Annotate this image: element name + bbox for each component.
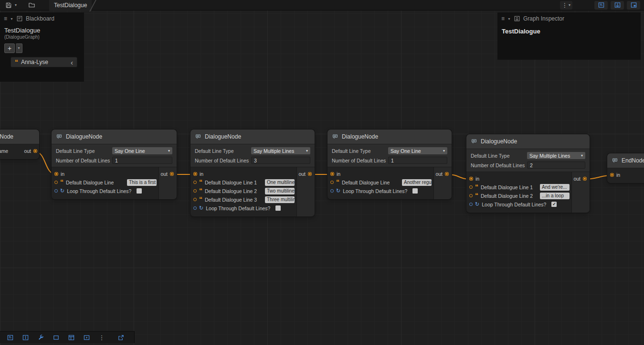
loop-checkbox[interactable] bbox=[275, 205, 281, 211]
line-port[interactable] bbox=[193, 198, 197, 201]
board-button[interactable] bbox=[65, 333, 77, 342]
minimap-toggle-button[interactable] bbox=[627, 1, 640, 10]
line-port[interactable] bbox=[469, 185, 473, 189]
port-label-in: in bbox=[616, 172, 620, 178]
open-external-button[interactable] bbox=[115, 333, 127, 342]
blackboard-header[interactable]: ≡ ▼ Blackboard bbox=[0, 12, 84, 25]
port-label-out: out bbox=[573, 176, 581, 182]
add-property-button[interactable]: + bbox=[4, 43, 15, 53]
blackboard-toggle-button[interactable] bbox=[594, 1, 608, 10]
field-value: 1 bbox=[115, 158, 118, 163]
loop-label: Loop Through Default Lines? bbox=[343, 188, 407, 194]
node-dialogue-2[interactable]: DialogueNode Default Line Type Say Multi… bbox=[190, 129, 315, 216]
num-lines-field[interactable]: 3 bbox=[251, 157, 310, 164]
line-text-field[interactable]: Another regu bbox=[402, 179, 432, 186]
num-lines-field[interactable]: 1 bbox=[112, 157, 172, 164]
hamburger-icon[interactable]: ≡ bbox=[501, 15, 505, 22]
line-port[interactable] bbox=[330, 181, 334, 184]
quote-icon: “ bbox=[199, 180, 202, 184]
node-title: DialogueNode bbox=[342, 133, 378, 140]
overflow-menu-button[interactable]: ⋮ ▾ bbox=[560, 1, 572, 10]
node-title-bar: DialogueNode bbox=[466, 134, 590, 149]
quote-icon: “ bbox=[15, 60, 18, 64]
output-port[interactable] bbox=[583, 177, 587, 181]
blackboard-property-row[interactable]: “ Anna-Lyse ‹ bbox=[11, 57, 77, 67]
input-port[interactable] bbox=[610, 173, 614, 177]
line-text-field[interactable]: And we're... bbox=[540, 184, 570, 191]
foldout-icon[interactable]: ▼ bbox=[507, 17, 511, 21]
line-port[interactable] bbox=[193, 181, 197, 184]
caret-down-icon: ▾ bbox=[15, 3, 17, 7]
save-button[interactable] bbox=[4, 1, 13, 10]
board-grid-icon bbox=[68, 334, 75, 341]
blackboard-panel-button[interactable] bbox=[4, 333, 16, 342]
top-toolbar: ▾ TestDialogue ⋮ ▾ bbox=[0, 0, 644, 11]
more-options-button[interactable]: ⋮ bbox=[95, 333, 108, 342]
output-port[interactable] bbox=[170, 172, 174, 176]
line-type-dropdown[interactable]: Say Multiple Lines ▾ bbox=[527, 152, 585, 159]
dialogue-node-icon bbox=[56, 133, 63, 140]
line-type-dropdown[interactable]: Say One Line ▾ bbox=[112, 147, 172, 154]
line-label: Default Dialogue Line 1 bbox=[205, 180, 257, 185]
hamburger-icon[interactable]: ≡ bbox=[4, 15, 7, 22]
output-port[interactable] bbox=[33, 149, 37, 153]
loop-port[interactable] bbox=[330, 189, 334, 193]
tools-button[interactable] bbox=[34, 333, 47, 342]
asset-tab[interactable]: TestDialogue bbox=[49, 0, 92, 11]
input-port[interactable] bbox=[469, 177, 473, 181]
loop-port[interactable] bbox=[193, 206, 197, 210]
line-text-field[interactable]: This is a first bbox=[127, 179, 157, 186]
line-label: Default Dialogue Line 2 bbox=[481, 193, 533, 199]
loop-checkbox[interactable] bbox=[412, 188, 418, 194]
quote-icon: “ bbox=[475, 185, 478, 189]
num-lines-field[interactable]: 1 bbox=[388, 157, 447, 164]
line-port[interactable] bbox=[54, 181, 58, 184]
blackboard-toggle-icon bbox=[598, 1, 605, 9]
line-text-field[interactable]: Three multilin bbox=[265, 196, 295, 203]
inspector-panel-button[interactable] bbox=[19, 333, 32, 342]
node-dialogue-4[interactable]: DialogueNode Default Line Type Say Multi… bbox=[466, 134, 590, 213]
loop-checkbox[interactable]: ✓ bbox=[551, 202, 557, 207]
loop-checkbox[interactable] bbox=[137, 188, 142, 194]
line-text-field[interactable]: Two multiline bbox=[265, 188, 295, 194]
input-port[interactable] bbox=[330, 172, 334, 176]
open-asset-button[interactable] bbox=[27, 1, 37, 10]
node-title: StartNode bbox=[0, 133, 13, 140]
node-dialogue-1[interactable]: DialogueNode Default Line Type Say One L… bbox=[52, 129, 177, 199]
preview-button[interactable] bbox=[80, 333, 93, 342]
collapse-chevron-icon[interactable]: ‹ bbox=[71, 59, 73, 66]
add-property-dropdown[interactable]: ▾ bbox=[16, 43, 22, 53]
line-text-field[interactable]: ...in a loop bbox=[540, 193, 570, 199]
line-type-dropdown[interactable]: Say One Line ▾ bbox=[388, 147, 447, 154]
inspector-toggle-button[interactable] bbox=[611, 1, 624, 10]
graph-inspector-header[interactable]: ≡ ▼ Graph Inspector bbox=[497, 12, 641, 25]
external-link-icon bbox=[117, 334, 125, 341]
line-port[interactable] bbox=[193, 189, 197, 193]
graph-inspector-panel: ≡ ▼ Graph Inspector TestDialogue bbox=[497, 12, 641, 60]
dropdown-value: Say One Line bbox=[115, 148, 145, 154]
foldout-icon[interactable]: ▼ bbox=[10, 17, 13, 21]
input-port[interactable] bbox=[54, 172, 58, 176]
loop-icon: ↻ bbox=[336, 188, 340, 194]
output-port[interactable] bbox=[445, 172, 449, 176]
node-dialogue-3[interactable]: DialogueNode Default Line Type Say One L… bbox=[327, 129, 452, 199]
input-port[interactable] bbox=[193, 172, 197, 176]
line-port[interactable] bbox=[469, 194, 473, 197]
bottom-toolbar: ⋮ bbox=[0, 331, 135, 343]
dialogue-node-icon bbox=[332, 133, 338, 140]
loop-port[interactable] bbox=[54, 189, 58, 193]
line-type-dropdown[interactable]: Say Multiple Lines ▾ bbox=[251, 147, 310, 154]
node-end[interactable]: EndNode in bbox=[607, 153, 644, 183]
loop-label: Loop Through Default Lines? bbox=[67, 188, 131, 194]
frame-button[interactable] bbox=[50, 333, 62, 342]
loop-label: Loop Through Default Lines? bbox=[482, 202, 546, 207]
loop-port[interactable] bbox=[469, 203, 473, 206]
minimap-toggle-icon bbox=[630, 1, 637, 9]
save-options-dropdown[interactable]: ▾ bbox=[13, 1, 18, 10]
num-lines-field[interactable]: 2 bbox=[527, 162, 585, 169]
loop-icon: ↻ bbox=[60, 188, 64, 194]
node-start[interactable]: StartNode SpeakerName out bbox=[0, 129, 39, 159]
output-port[interactable] bbox=[308, 172, 312, 176]
line-label: Default Dialogue Line bbox=[66, 180, 114, 185]
line-text-field[interactable]: One multiline bbox=[265, 179, 295, 186]
